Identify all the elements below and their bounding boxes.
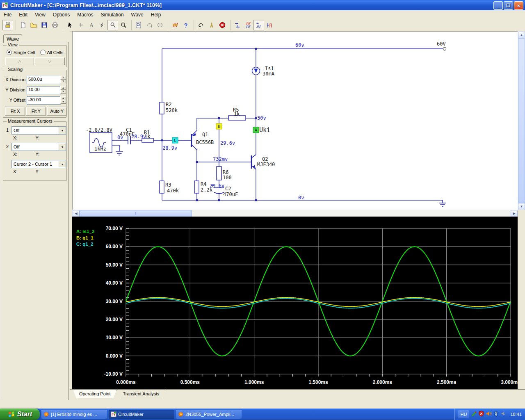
menu-edit[interactable]: Edit <box>15 11 31 18</box>
all-cells-radio[interactable] <box>40 50 46 55</box>
cursor2-num: 2 <box>6 144 9 149</box>
zoom-tool-button[interactable] <box>118 20 129 30</box>
run-to-time-icon <box>234 22 241 28</box>
tab-operating-point[interactable]: Operating Point <box>73 390 116 398</box>
stop-simulation-button[interactable] <box>217 20 228 30</box>
svg-text:60V: 60V <box>437 41 446 47</box>
save-file-button[interactable] <box>39 20 50 30</box>
toolbar: A? <box>0 19 525 32</box>
bluetooth-icon[interactable] <box>493 411 499 418</box>
tab-wave[interactable]: Wave <box>3 34 22 43</box>
rotate-tool-button[interactable] <box>144 20 155 30</box>
digital-analysis-button[interactable] <box>264 20 275 30</box>
menu-bar: FileEditViewOptionsMacrosSimulationWaveH… <box>0 10 525 19</box>
cursor1-select[interactable]: Off▼ <box>11 126 66 135</box>
clock: 18:41 <box>510 412 522 417</box>
fit-x-button[interactable]: Fit X <box>5 107 25 115</box>
scroll-left-icon[interactable]: ◀ <box>73 210 80 217</box>
svg-text:C2: C2 <box>225 186 231 192</box>
task-button[interactable]: [1] Erősítő mindig és ... <box>41 410 107 419</box>
part-browser-button[interactable] <box>2 20 13 30</box>
cell-down-button[interactable]: ▽ <box>34 57 65 65</box>
scroll-right-icon[interactable]: ▶ <box>511 210 518 217</box>
y-offset-spinner[interactable]: ▲▼ <box>60 96 66 104</box>
print-button[interactable] <box>50 20 60 30</box>
language-indicator[interactable]: HU <box>458 410 469 418</box>
menu-macros[interactable]: Macros <box>73 11 97 18</box>
setup-wrench-icon <box>208 22 215 28</box>
transient-analysis-button[interactable] <box>253 20 264 30</box>
reset-simulation-button[interactable] <box>196 20 206 30</box>
start-button[interactable]: Start <box>0 409 40 420</box>
cursor2-select[interactable]: Off▼ <box>11 143 66 151</box>
x-division-spinner[interactable]: ▲▼ <box>60 76 66 83</box>
auto-y-button[interactable]: Auto Y <box>47 107 67 115</box>
windows-logo-icon <box>8 411 15 418</box>
close-button[interactable]: × <box>514 1 523 10</box>
menu-options[interactable]: Options <box>49 11 73 18</box>
setup-wrench-button[interactable] <box>206 20 217 30</box>
cell-up-button[interactable]: △ <box>5 57 34 65</box>
svg-text:?: ? <box>184 22 188 29</box>
stop-simulation-icon <box>219 22 226 28</box>
security-shield-icon[interactable] <box>478 411 484 418</box>
new-file-button[interactable] <box>18 20 28 30</box>
svg-text:C: C <box>174 138 177 143</box>
task-button[interactable]: 2N3055_Power_Ampli... <box>176 410 242 419</box>
help-button[interactable]: ? <box>180 20 191 30</box>
system-tray: HU 18:41 <box>454 409 525 420</box>
cursor2-y-label: Y: <box>35 152 39 157</box>
svg-text:A: A <box>89 22 94 28</box>
y-division-spinner[interactable]: ▲▼ <box>60 86 66 94</box>
tab-transient-analysis[interactable]: Transient Analysis <box>116 390 165 398</box>
schematic-vertical-scrollbar[interactable]: ▲ ▼ <box>518 31 525 210</box>
place-part-button[interactable] <box>75 20 86 30</box>
restore-button[interactable]: ❏ <box>504 1 513 10</box>
schematic-canvas[interactable]: CBAR2520kR3470kR11kC1470nFQ1BC556BQ2MJE3… <box>72 31 518 210</box>
menu-wave[interactable]: Wave <box>128 11 147 18</box>
y-division-input[interactable]: 10.00 <box>27 86 61 94</box>
select-tool-button[interactable] <box>65 20 75 30</box>
scaling-groupbox: Scaling X Division 500.0u ▲▼ Y Division … <box>3 70 67 118</box>
svg-text:-2.8/2.8V: -2.8/2.8V <box>86 127 112 133</box>
svg-text:R2: R2 <box>166 102 171 107</box>
analysis-tabstrip: Operating Point Transient Analysis <box>70 389 525 400</box>
split-view-button[interactable] <box>155 20 165 30</box>
text-tool-button[interactable]: A <box>86 20 97 30</box>
schematic-horizontal-scrollbar[interactable]: ◀ ⦀ ▶ <box>72 210 518 217</box>
firefox-icon <box>178 411 184 417</box>
tablet-icon[interactable] <box>471 411 477 418</box>
cursor-diff-select[interactable]: Cursor 2 - Cursor 1▼ <box>11 160 66 168</box>
svg-text:70.00 V: 70.00 V <box>106 226 123 231</box>
menu-help[interactable]: Help <box>147 11 165 18</box>
scroll-up-icon[interactable]: ▲ <box>518 32 525 39</box>
chevron-down-icon: ▼ <box>59 161 66 167</box>
zoom-window-button[interactable] <box>133 20 144 30</box>
waveforms-button[interactable] <box>243 20 253 30</box>
scroll-down-icon[interactable]: ▼ <box>518 203 525 210</box>
menu-simulation[interactable]: Simulation <box>97 11 128 18</box>
single-cell-radio[interactable] <box>7 50 12 55</box>
audio-device-icon[interactable] <box>500 411 507 418</box>
svg-text:1kHz: 1kHz <box>94 146 106 152</box>
waveform-plot[interactable]: 70.00 V60.00 V50.00 V40.00 V30.00 V20.00… <box>72 217 518 389</box>
simulation-check-button[interactable] <box>170 20 180 30</box>
svg-text:732mv: 732mv <box>213 156 228 162</box>
y-offset-input[interactable]: -30.00 <box>27 96 61 105</box>
menu-view[interactable]: View <box>31 11 49 18</box>
zoom-window-icon <box>135 22 142 28</box>
wire-tool-button[interactable] <box>97 20 107 30</box>
probe-tool-button[interactable] <box>107 20 118 30</box>
open-file-button[interactable] <box>28 20 39 30</box>
svg-text:470uF: 470uF <box>223 192 238 197</box>
x-division-input[interactable]: 500.0u <box>27 76 61 84</box>
volume-icon[interactable] <box>486 411 492 418</box>
reset-simulation-icon <box>198 22 204 28</box>
scrollbar-corner <box>518 210 525 217</box>
run-to-time-button[interactable] <box>232 20 243 30</box>
menu-file[interactable]: File <box>0 11 15 18</box>
fit-y-button[interactable]: Fit Y <box>26 107 46 115</box>
task-button[interactable]: CircuitMaker <box>109 410 174 419</box>
minimize-button[interactable]: _ <box>493 1 503 10</box>
select-tool-icon <box>67 22 73 28</box>
